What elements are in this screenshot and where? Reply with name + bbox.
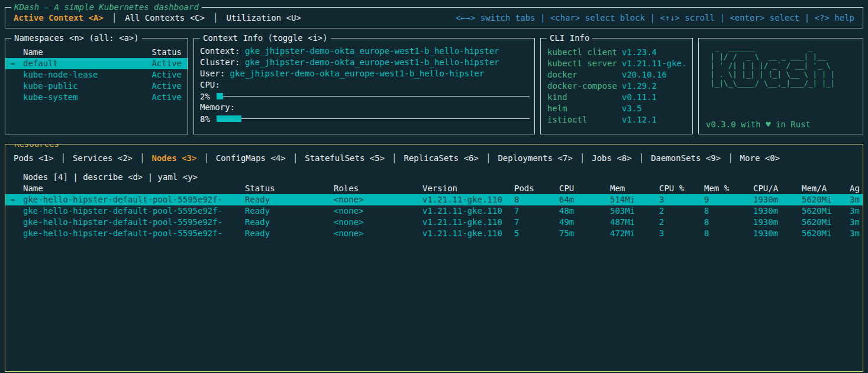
namespace-row[interactable]: kube-public Active <box>5 81 188 92</box>
tab-all-contexts[interactable]: All Contexts <C> <box>125 13 205 22</box>
table-cell: 5620Mi <box>802 194 850 205</box>
cpu-percentage: 2% <box>200 92 217 101</box>
cli-item: docker-compose v1.29.2 <box>547 81 686 92</box>
context-line: Context: gke_jhipster-demo-okta_europe-w… <box>200 46 530 57</box>
cli-info-panel: CLI Info kubectl client v1.23.4 kubectl … <box>540 38 693 134</box>
namespaces-panel: Namespaces <n> (all: <a>) Name Status ⇒ … <box>5 38 188 134</box>
resource-tab-replicasets[interactable]: ReplicaSets <6> <box>397 153 486 163</box>
table-cell: 3m <box>850 194 863 205</box>
resource-tab-pods[interactable]: Pods <1> <box>14 153 60 163</box>
help-hints: <←→> switch tabs | <char> select block |… <box>456 13 854 22</box>
resource-tab-nodes[interactable]: Nodes <3> <box>144 153 204 163</box>
table-cell: 8 <box>514 194 559 205</box>
cli-name: kubectl server <box>547 58 622 69</box>
context-label: Context: <box>200 46 240 56</box>
tab-utilization[interactable]: Utilization <U> <box>226 13 301 22</box>
arrow-gutter <box>5 92 23 103</box>
resource-tabs: Pods <1>│ Services <2>│ Nodes <3>│ Confi… <box>5 150 863 165</box>
cpu-gauge-fill <box>217 93 223 99</box>
cli-item: kind v0.11.1 <box>547 92 686 103</box>
tab-separator: │ <box>392 153 396 163</box>
table-cell: 1930m <box>753 217 802 228</box>
arrow-gutter <box>5 69 23 81</box>
table-cell: Ready <box>245 228 334 239</box>
resource-tab-statefulsets[interactable]: StatefulSets <5> <box>298 153 392 163</box>
tab-separator: │ <box>204 153 208 163</box>
table-row[interactable]: ⇒gke-hello-hipster-default-pool-5595e92f… <box>5 194 863 205</box>
column-header-mem-pct: Mem % <box>704 183 753 194</box>
cpu-label: CPU: <box>200 79 530 91</box>
resources-panel: Resources Pods <1>│ Services <2>│ Nodes … <box>5 144 863 372</box>
context-info-panel: Context Info (toggle <i>) Context: gke_j… <box>193 38 535 134</box>
column-header-pods: Pods <box>514 183 559 194</box>
cli-version: v1.29.2 <box>622 81 657 92</box>
cli-item: kubectl client v1.23.4 <box>547 47 686 58</box>
cpu-gauge-bar <box>217 92 530 101</box>
table-cell: 503Mi <box>610 205 659 217</box>
table-cell: 48m <box>559 205 610 217</box>
table-cell: <none> <box>334 217 422 228</box>
table-cell: 3 <box>659 194 704 205</box>
user-label: User: <box>200 69 225 78</box>
kdash-ascii-logo: _ ______ _ | |/ / _ \ __ _ ___| |__ | ' … <box>706 43 859 88</box>
cli-name: docker <box>547 69 622 81</box>
resource-tab-configmaps[interactable]: ConfigMaps <4> <box>209 153 293 163</box>
table-cell: gke-hello-hipster-default-pool-5595e92f- <box>23 228 245 239</box>
memory-gauge-fill <box>217 115 241 122</box>
selection-arrow-icon: ⇒ <box>10 194 23 205</box>
namespace-row[interactable]: kube-system Active <box>5 92 188 103</box>
namespace-row[interactable]: ⇒ default Active <box>5 58 188 69</box>
table-cell: 1930m <box>753 194 802 205</box>
resource-tab-more[interactable]: More <0> <box>733 153 787 163</box>
memory-gauge: 8% <box>200 113 530 124</box>
info-row: Namespaces <n> (all: <a>) Name Status ⇒ … <box>5 38 863 134</box>
table-cell: <none> <box>334 205 422 217</box>
table-cell: <none> <box>334 228 422 239</box>
cli-name: kind <box>547 92 622 103</box>
table-cell: 9 <box>704 194 753 205</box>
cli-version: v0.11.1 <box>622 92 657 103</box>
column-header-version: Version <box>422 183 514 194</box>
resources-title: Resources <box>11 144 62 149</box>
column-header-mem-a: Mem/A <box>802 183 850 194</box>
logo-panel: _ ______ _ | |/ / _ \ __ _ ___| |__ | ' … <box>698 38 863 134</box>
table-cell: 5620Mi <box>802 217 850 228</box>
cpu-gauge: 2% <box>200 91 530 102</box>
cli-info-title: CLI Info <box>547 33 592 43</box>
table-row[interactable]: gke-hello-hipster-default-pool-5595e92f-… <box>5 217 863 228</box>
table-cell: Ready <box>245 194 334 205</box>
column-header-cpu-a: CPU/A <box>753 183 802 194</box>
arrow-gutter <box>10 183 23 194</box>
user-line: User: gke_jhipster-demo-okta_europe-west… <box>200 68 530 79</box>
table-cell: 5620Mi <box>802 228 850 239</box>
tab-separator: │ <box>580 153 585 163</box>
selection-arrow-icon: ⇒ <box>5 58 23 69</box>
table-row[interactable]: gke-hello-hipster-default-pool-5595e92f-… <box>5 228 863 239</box>
table-cell: 64m <box>559 194 610 205</box>
table-cell: 8 <box>704 217 753 228</box>
tab-separator: │ <box>486 153 491 163</box>
table-cell: <none> <box>334 194 422 205</box>
table-cell: gke-hello-hipster-default-pool-5595e92f- <box>23 194 245 205</box>
table-cell: gke-hello-hipster-default-pool-5595e92f- <box>23 217 245 228</box>
resource-tab-deployments[interactable]: Deployments <7> <box>491 153 579 163</box>
tab-active-context[interactable]: Active Context <A> <box>14 13 104 22</box>
arrow-gutter <box>5 47 23 58</box>
tab-separator: │ <box>112 13 117 22</box>
cli-name: kubectl client <box>547 47 622 58</box>
table-cell: 7 <box>514 205 559 217</box>
table-cell: v1.21.11-gke.110 <box>422 194 514 205</box>
resource-tab-daemonsets[interactable]: DaemonSets <9> <box>644 153 728 163</box>
memory-label: Memory: <box>200 102 530 113</box>
column-header-name: Name <box>23 183 245 194</box>
table-cell: 3m <box>850 217 863 228</box>
gauge-track <box>217 96 530 97</box>
app-title: KDash — A simple Kubernetes dashboard <box>11 2 202 12</box>
cli-version: v1.21.11-gke. <box>622 58 686 69</box>
resource-tab-jobs[interactable]: Jobs <8> <box>585 153 638 163</box>
resource-tab-services[interactable]: Services <2> <box>66 153 140 163</box>
table-row[interactable]: gke-hello-hipster-default-pool-5595e92f-… <box>5 205 863 217</box>
nodes-table-header: Name Status Roles Version Pods CPU Mem C… <box>5 183 863 194</box>
namespace-name: default <box>23 58 134 69</box>
namespace-row[interactable]: kube-node-lease Active <box>5 69 188 81</box>
